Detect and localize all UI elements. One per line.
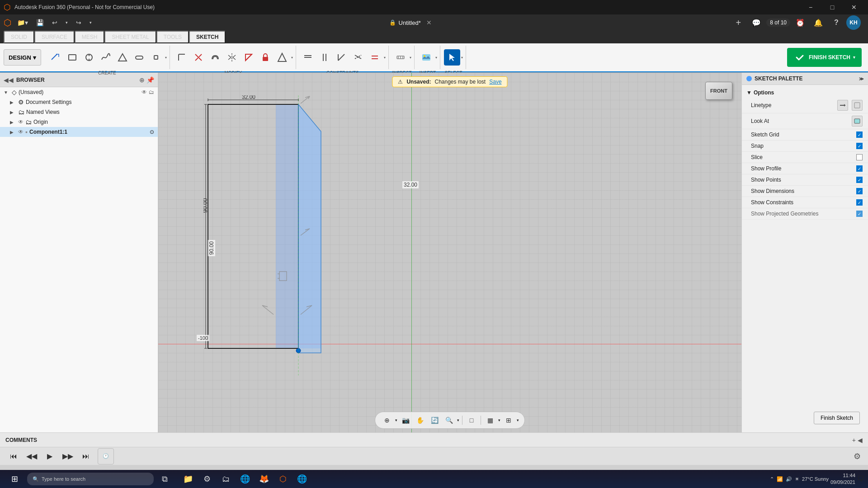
network-icon[interactable]: 📶 <box>777 476 783 482</box>
chat-button[interactable]: 💬 <box>748 14 764 31</box>
tray-arrow-icon[interactable]: ⌃ <box>770 476 774 482</box>
trim-tool-button[interactable] <box>190 49 207 66</box>
undo-dropdown-button[interactable]: ▾ <box>63 19 70 26</box>
finish-sketch-palette-button[interactable]: Finish Sketch <box>814 412 860 424</box>
finish-sketch-button[interactable]: FINISH SKETCH ▾ <box>787 48 862 67</box>
eye-icon-root[interactable]: 👁 <box>142 89 147 95</box>
viewcube[interactable]: FRONT <box>701 77 737 113</box>
undo-button[interactable]: ↩ <box>50 18 60 27</box>
avatar[interactable]: KH <box>846 15 861 30</box>
design-dropdown-button[interactable]: DESIGN ▾ <box>4 49 41 66</box>
tab-tools[interactable]: TOOLS <box>156 31 189 43</box>
bot-dropdown-arrow2[interactable]: ▾ <box>457 418 459 422</box>
tree-item-origin[interactable]: ▶ 👁 🗂 Origin <box>0 117 158 127</box>
taskbar-app-files-icon[interactable]: 🗂 <box>217 470 235 488</box>
camera-button[interactable]: 📷 <box>399 414 412 427</box>
sketchgrid-checkbox[interactable]: ✓ <box>856 131 863 138</box>
tree-item-root[interactable]: ▼ ◇ (Unsaved) 👁 🗂 <box>0 87 158 97</box>
tree-item-named-views[interactable]: ▶ 🗂 Named Views <box>0 107 158 117</box>
notifications-button[interactable]: 🔔 <box>810 14 826 31</box>
line-tool-button[interactable] <box>47 49 64 66</box>
tab-solid[interactable]: SOLID <box>4 31 34 43</box>
sketch-scale-button[interactable] <box>241 49 257 66</box>
eye-icon-origin[interactable]: 👁 <box>18 119 24 125</box>
bot-dropdown-arrow1[interactable]: ▾ <box>395 418 397 422</box>
canvas-area[interactable]: ⚠ Unsaved: Changes may be lost Save FRON… <box>158 73 741 432</box>
slice-checkbox[interactable] <box>856 154 863 160</box>
redo-dropdown-button[interactable]: ▾ <box>87 19 94 26</box>
horizontal-constraint-button[interactable] <box>300 49 316 66</box>
showconstraints-checkbox[interactable]: ✓ <box>856 199 863 206</box>
volume-icon[interactable]: 🔊 <box>786 476 792 482</box>
prev-frame-button[interactable]: ◀◀ <box>25 450 38 463</box>
measure-button[interactable] <box>392 49 409 66</box>
showdimensions-checkbox[interactable]: ✓ <box>856 188 863 194</box>
lock-tool-button[interactable] <box>257 49 274 66</box>
timeline-tool-button[interactable]: 🕐 <box>98 448 114 465</box>
taskbar-app-explorer-icon[interactable]: 📁 <box>179 470 197 488</box>
tab-close-button[interactable]: ✕ <box>426 19 432 26</box>
task-view-button[interactable]: ⧉ <box>156 470 174 488</box>
inspect-dropdown-arrow[interactable]: ▾ <box>410 56 411 60</box>
slot-tool-button[interactable] <box>131 49 147 66</box>
create-dropdown-arrow[interactable]: ▾ <box>165 56 167 60</box>
taskbar-app-chrome-icon[interactable]: 🌐 <box>293 470 311 488</box>
perpendicular-constraint-button[interactable] <box>333 49 349 66</box>
origin-button[interactable]: ⊕ <box>381 414 393 427</box>
clock-button[interactable]: ⏰ <box>792 14 808 31</box>
vertical-constraint-button[interactable] <box>316 49 333 66</box>
minimize-button[interactable]: − <box>800 0 821 14</box>
spline-tool-button[interactable] <box>98 49 114 66</box>
tree-item-doc-settings[interactable]: ▶ ⚙ Document Settings <box>0 97 158 107</box>
comments-collapse-button[interactable]: ◀ <box>858 436 863 444</box>
viewcube-front-face[interactable]: FRONT <box>705 82 732 100</box>
file-menu-button[interactable]: 📁▾ <box>15 18 30 27</box>
next-frame-button[interactable]: ▶▶ <box>61 450 74 463</box>
insert-image-button[interactable] <box>418 49 434 66</box>
maximize-button[interactable]: □ <box>822 0 843 14</box>
display-mode-button[interactable]: □ <box>465 414 478 427</box>
add-tab-button[interactable]: + <box>730 14 746 31</box>
lookat-icon-btn[interactable] <box>852 116 863 127</box>
skip-to-start-button[interactable]: ⏮ <box>7 450 20 463</box>
orbit-button[interactable]: 🔄 <box>428 414 441 427</box>
bot-dropdown-arrow4[interactable]: ▾ <box>517 418 519 422</box>
tab-sketch[interactable]: SKETCH <box>189 31 226 43</box>
circle-tool-button[interactable] <box>81 49 97 66</box>
polygon-tool-button[interactable] <box>114 49 131 66</box>
close-button[interactable]: ✕ <box>844 0 864 14</box>
offset-tool-button[interactable] <box>207 49 223 66</box>
tab-surface[interactable]: SURFACE <box>34 31 75 43</box>
mirror-tool-button[interactable] <box>224 49 240 66</box>
browser-collapse-button[interactable]: ◀◀ <box>4 76 14 84</box>
select-button[interactable] <box>444 49 460 66</box>
play-button[interactable]: ▶ <box>43 450 56 463</box>
select-dropdown-arrow[interactable]: ▾ <box>461 56 463 60</box>
bot-dropdown-arrow3[interactable]: ▾ <box>498 418 500 422</box>
browser-add-button[interactable]: ⊕ <box>139 76 145 84</box>
system-clock[interactable]: 11:44 09/09/2021 <box>830 472 855 486</box>
browser-pin-button[interactable]: 📌 <box>146 76 154 84</box>
showprojected-checkbox[interactable]: ✓ <box>856 211 863 217</box>
start-menu-button[interactable]: ⊞ <box>4 470 25 488</box>
linetype-icon-btn1[interactable] <box>837 100 848 111</box>
notification-center-button[interactable]: 🗨 <box>857 475 864 483</box>
help-button[interactable]: ? <box>828 14 844 31</box>
options-header[interactable]: ▼ Options <box>742 88 868 98</box>
fillet-tool-button[interactable] <box>174 49 190 66</box>
taskbar-search[interactable]: 🔍 Type here to search <box>27 473 154 485</box>
equal-constraint-button[interactable] <box>367 49 383 66</box>
tree-item-component[interactable]: ▶ 👁 ▪ Component1:1 ⊙ <box>0 127 158 137</box>
point-tool-button[interactable] <box>148 49 164 66</box>
rectangle-tool-button[interactable] <box>64 49 80 66</box>
pan-button[interactable]: ✋ <box>414 414 426 427</box>
skip-to-end-button[interactable]: ⏭ <box>80 450 92 463</box>
tab-sheet-metal[interactable]: SHEET METAL <box>104 31 156 43</box>
comments-add-button[interactable]: + <box>852 436 856 444</box>
constraints-dropdown-arrow[interactable]: ▾ <box>384 56 386 60</box>
redo-button[interactable]: ↪ <box>74 18 84 27</box>
taskbar-app-browser1-icon[interactable]: 🌐 <box>236 470 254 488</box>
zoom-button[interactable]: 🔍 <box>443 414 455 427</box>
eye-icon-component[interactable]: 👁 <box>18 129 24 135</box>
grid-button[interactable]: ▦ <box>484 414 496 427</box>
